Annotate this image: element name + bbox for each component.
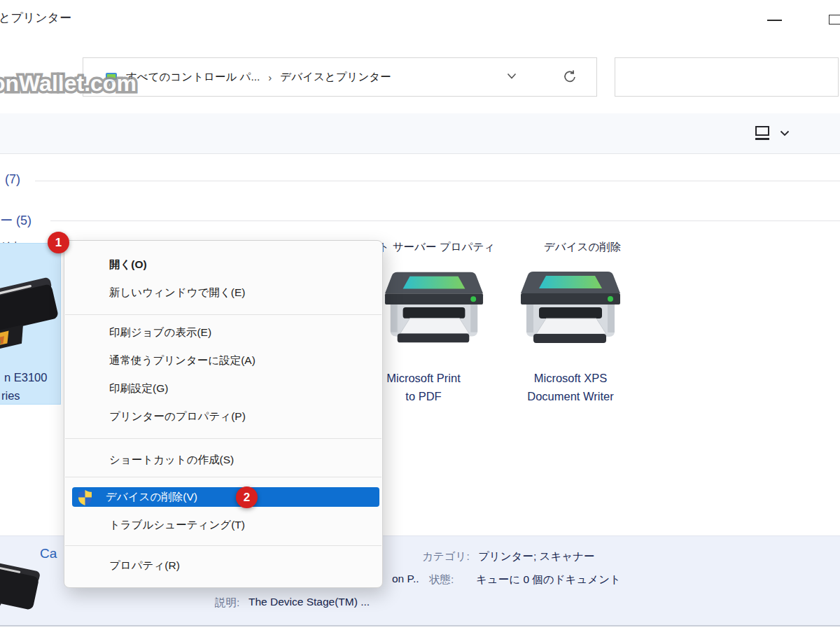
context-menu: 開く(O) 新しいウィンドウで開く(E) 印刷ジョブの表示(E) 通常使うプリン…: [64, 240, 383, 588]
menu-item-troubleshoot[interactable]: トラブルシューティング(T): [64, 511, 382, 539]
view-options-icon-bar: [755, 138, 769, 140]
details-status-value: キューに 0 個のドキュメント: [476, 573, 621, 587]
menu-item-view-print-jobs[interactable]: 印刷ジョブの表示(E): [64, 318, 382, 346]
menu-separator: [65, 314, 382, 315]
step-badge-2: 2: [236, 486, 258, 508]
window-bottom-edge: [0, 625, 840, 626]
menu-item-set-default-printer[interactable]: 通常使うプリンターに設定(A): [64, 346, 382, 374]
details-category-label: カテゴリ:: [422, 550, 470, 564]
uac-shield-icon: [78, 489, 92, 505]
group-header-devices[interactable]: (7): [5, 172, 20, 187]
details-category-value: プリンター; スキャナー: [478, 550, 595, 564]
toolbar-remove-device[interactable]: デバイスの削除: [544, 240, 621, 255]
menu-item-remove-device-label: デバイスの削除(V): [106, 490, 197, 505]
printer-label-canon-line2: ries: [1, 386, 20, 405]
group-divider-devices: [35, 181, 840, 181]
minimize-button[interactable]: [767, 20, 782, 21]
menu-separator: [65, 545, 382, 546]
menu-item-open[interactable]: 開く(O): [64, 251, 382, 279]
address-dropdown-chevron-icon[interactable]: [507, 73, 517, 80]
step-badge-1: 1: [48, 232, 69, 253]
menu-item-properties[interactable]: プロパティ(R): [64, 552, 382, 580]
view-options-icon[interactable]: [755, 126, 769, 136]
group-header-printers[interactable]: ー (5): [0, 212, 31, 229]
menu-item-open-new-window[interactable]: 新しいウィンドウで開く(E): [64, 279, 382, 307]
menu-separator: [65, 438, 382, 439]
printer-label-canon-line1: n E3100: [4, 368, 47, 386]
menu-item-printing-preferences[interactable]: 印刷設定(G): [64, 374, 382, 402]
printer-label-ms-xps-line2: Document Writer: [462, 387, 679, 405]
search-input[interactable]: [615, 58, 838, 96]
details-description-value: The Device Stage(TM) ...: [248, 596, 370, 608]
search-field-container: [615, 57, 839, 97]
ms-xps-printer-icon[interactable]: [518, 267, 623, 351]
details-model-fragment: on P..: [392, 573, 419, 585]
breadcrumb-separator: ›: [268, 71, 272, 83]
details-status-label: 状態:: [429, 573, 454, 587]
menu-item-printer-properties[interactable]: プリンターのプロパティ(P): [64, 402, 382, 430]
refresh-icon[interactable]: [561, 69, 578, 85]
view-options-chevron-icon[interactable]: [780, 130, 790, 136]
ms-print-to-pdf-printer-icon[interactable]: [382, 267, 486, 351]
menu-item-create-shortcut[interactable]: ショートカットの作成(S): [64, 446, 382, 474]
window-title: とプリンター: [0, 10, 71, 26]
menu-item-remove-device[interactable]: デバイスの削除(V): [72, 487, 379, 507]
devices-and-printers-window: とプリンター ← ⌄ ↑ すべてのコントロール パ... › デバイスとプリンタ…: [0, 0, 840, 630]
printer-label-ms-xps: Microsoft XPS Document Writer: [462, 369, 679, 405]
canon-printer-icon[interactable]: [0, 260, 62, 358]
group-divider-printers: [50, 220, 840, 221]
menu-separator: [65, 477, 382, 477]
details-description-label: 説明:: [215, 596, 239, 610]
site-watermark: onWallet.com: [0, 64, 188, 102]
maximize-button[interactable]: [829, 15, 840, 24]
printer-label-ms-xps-line1: Microsoft XPS: [462, 369, 679, 387]
watermark-text: onWallet.com: [0, 71, 136, 96]
canon-printer-thumbnail-icon: [0, 559, 46, 626]
breadcrumb-current[interactable]: デバイスとプリンター: [280, 70, 391, 85]
command-toolbar: 追加 プリンターの追加 印刷ジョブの表示 プリント サーバー プロパティ デバイ…: [0, 113, 840, 154]
